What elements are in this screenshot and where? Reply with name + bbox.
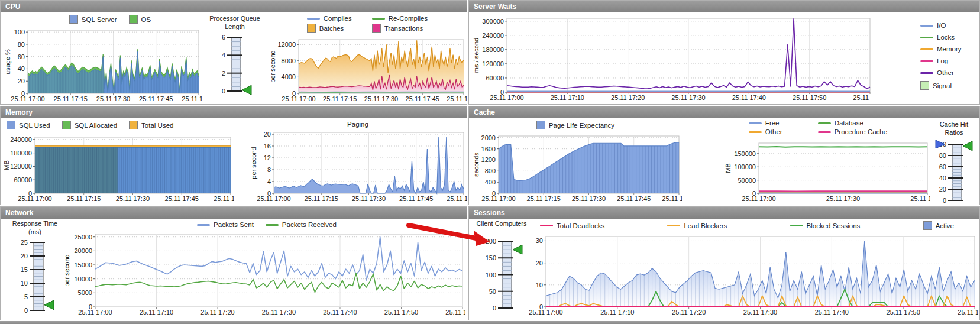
response-time-gauge: 0510152025: [16, 238, 57, 317]
svg-text:25.11 17:30: 25.11 17:30: [116, 195, 150, 202]
legend-label: OS: [141, 16, 151, 23]
svg-text:180000: 180000: [10, 150, 32, 157]
sessions-panel-header[interactable]: Sessions: [469, 207, 979, 219]
legend-label: Memory: [937, 46, 962, 53]
legend-label: I/O: [937, 22, 946, 29]
svg-text:25.11 17:30: 25.11 17:30: [352, 195, 386, 202]
svg-text:0: 0: [21, 90, 25, 97]
legend-label: Blocked Sessions: [807, 222, 861, 229]
svg-text:5000: 5000: [78, 289, 92, 296]
legend-label: SQL Allocated: [75, 122, 117, 129]
svg-text:25.11 17:00: 25.11 17:00: [529, 309, 562, 316]
legend-item: Compiles: [307, 15, 352, 22]
svg-text:30: 30: [536, 237, 543, 244]
svg-text:25.11 17:30: 25.11 17:30: [262, 309, 296, 316]
red-arrow-annotation: [405, 220, 495, 250]
server-waits-chart[interactable]: 25.11 17:0025.11 17:1025.11 17:2025.11 1…: [471, 15, 871, 102]
network-legend: Packets SentPackets Received: [148, 221, 397, 228]
paging-chart[interactable]: 25.11 17:0025.11 17:1525.11 17:3025.11 1…: [249, 129, 467, 203]
svg-text:25.11 18:00: 25.11 18:00: [662, 195, 682, 202]
svg-text:10000: 10000: [74, 276, 92, 283]
svg-text:8000: 8000: [282, 57, 296, 64]
svg-text:100: 100: [486, 271, 496, 278]
legend-swatch: [129, 15, 138, 24]
svg-text:25.11 17:30: 25.11 17:30: [572, 195, 606, 202]
legend-swatch: [197, 224, 210, 226]
svg-text:16: 16: [264, 142, 271, 150]
svg-text:60: 60: [939, 163, 946, 170]
svg-text:25.11 17:45: 25.11 17:45: [406, 95, 439, 102]
svg-text:25.11 18:00: 25.11 18:00: [910, 195, 930, 202]
svg-text:0: 0: [943, 197, 946, 204]
legend-item: Locks: [920, 34, 955, 41]
svg-text:6: 6: [222, 34, 225, 41]
server-waits-panel-header[interactable]: Server Waits: [469, 1, 979, 12]
svg-text:25.11 18:00: 25.11 18:00: [447, 195, 467, 202]
cpu-usage-legend: SQL ServerOS: [30, 15, 202, 24]
svg-text:25.11 17:00: 25.11 17:00: [742, 195, 775, 202]
legend-label: Other: [765, 128, 782, 135]
svg-text:4: 4: [267, 178, 271, 185]
svg-text:0: 0: [492, 190, 496, 197]
legend-label: Compiles: [324, 15, 352, 22]
svg-text:25.11 17:40: 25.11 17:40: [815, 309, 849, 316]
network-panel-header[interactable]: Network: [1, 207, 467, 219]
svg-text:20: 20: [21, 252, 28, 260]
svg-text:0: 0: [500, 89, 504, 96]
legend-item: SQL Server: [69, 15, 117, 24]
svg-text:25.11 17:15: 25.11 17:15: [305, 195, 338, 202]
svg-text:0: 0: [752, 190, 756, 197]
svg-text:25.11 17:50: 25.11 17:50: [887, 309, 920, 316]
svg-text:25.11 17:40: 25.11 17:40: [323, 309, 357, 316]
legend-item: Signal: [920, 81, 952, 90]
svg-text:180000: 180000: [482, 46, 504, 53]
svg-text:0: 0: [292, 90, 296, 97]
legend-label: Total Deadlocks: [557, 222, 604, 229]
svg-text:25.11 17:30: 25.11 17:30: [826, 195, 860, 202]
cpu-usage-chart[interactable]: 25.11 17:0025.11 17:1525.11 17:3025.11 1…: [3, 27, 202, 103]
svg-text:25.11 17:30: 25.11 17:30: [743, 309, 777, 316]
svg-text:50: 50: [489, 288, 496, 295]
svg-text:25.11 17:30: 25.11 17:30: [671, 94, 705, 101]
svg-text:25.11 17:00: 25.11 17:00: [78, 309, 112, 316]
cpu-panel-header[interactable]: CPU: [1, 1, 467, 12]
cpu-per-second-chart[interactable]: 25.11 17:0025.11 17:1525.11 17:3025.11 1…: [268, 36, 467, 103]
svg-text:ms / second: ms / second: [473, 38, 480, 73]
cpu-ps-legend: CompilesRe-CompilesBatchesTransactions: [270, 15, 465, 33]
svg-text:8: 8: [267, 166, 271, 173]
legend-swatch: [920, 81, 929, 90]
legend-swatch: [920, 72, 933, 74]
svg-text:MB: MB: [725, 163, 732, 173]
cache-panel-header[interactable]: Cache: [469, 106, 979, 118]
legend-swatch: [920, 60, 933, 62]
svg-text:40: 40: [18, 65, 25, 72]
svg-text:100: 100: [14, 28, 25, 35]
legend-item: Memory: [920, 46, 962, 53]
svg-text:25.11 17:00: 25.11 17:00: [481, 195, 515, 202]
paging-chart-title: Paging: [249, 121, 467, 128]
legend-label: Packets Received: [282, 221, 337, 228]
sessions-panel-title: Sessions: [474, 209, 505, 217]
legend-item: Procedure Cache: [818, 128, 888, 135]
svg-text:800: 800: [485, 167, 496, 174]
svg-text:60000: 60000: [486, 74, 504, 82]
sessions-chart[interactable]: 25.11 17:0025.11 17:1025.11 17:2025.11 1…: [526, 233, 978, 317]
legend-swatch: [536, 121, 545, 129]
svg-text:240000: 240000: [10, 136, 32, 143]
cache-mb-chart[interactable]: 25.11 17:0025.11 17:3025.11 18:000500001…: [723, 140, 930, 203]
svg-text:15: 15: [21, 266, 28, 273]
page-life-expectancy-chart[interactable]: 25.11 17:0025.11 17:1525.11 17:3025.11 1…: [471, 132, 682, 203]
svg-text:25.11 17:20: 25.11 17:20: [200, 309, 234, 316]
cpu-panel-title: CPU: [5, 2, 20, 11]
svg-text:25.11 17:00: 25.11 17:00: [282, 95, 315, 102]
legend-item: Blocked Sessions: [790, 222, 861, 229]
memory-panel-header[interactable]: Memory: [1, 106, 467, 118]
legend-item: SQL Used: [7, 121, 50, 129]
memory-mb-chart[interactable]: 25.11 17:0025.11 17:1525.11 17:3025.11 1…: [2, 134, 234, 203]
svg-text:25000: 25000: [74, 234, 92, 241]
svg-text:25.11 18:00: 25.11 18:00: [182, 95, 202, 102]
response-time-gauge-title: Response Time (ms): [4, 220, 66, 236]
svg-text:100000: 100000: [734, 163, 756, 170]
svg-text:25.11 18:00: 25.11 18:00: [214, 195, 234, 202]
legend-label: Page Life Expectancy: [549, 122, 614, 129]
